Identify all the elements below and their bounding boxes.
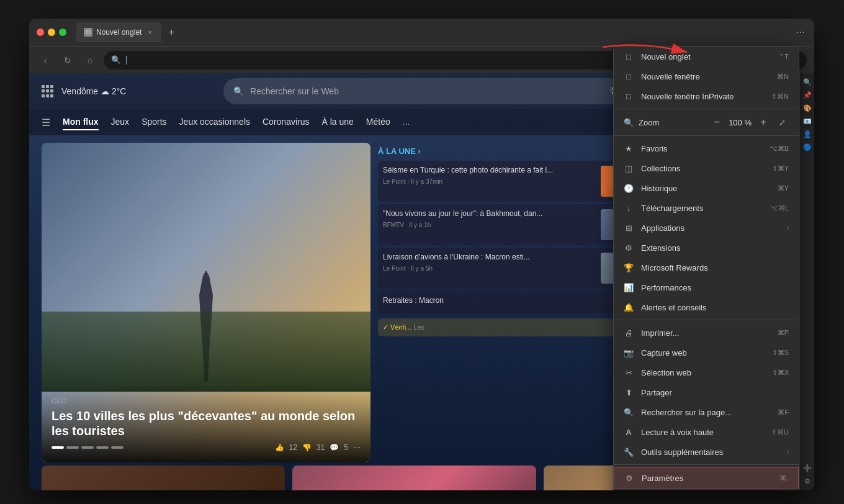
menu-item-nouvel-onglet[interactable]: □ Nouvel onglet ⌃T: [614, 47, 799, 66]
sidebar-add-icon[interactable]: ➕: [803, 464, 812, 472]
menu-item-applications[interactable]: ⊞ Applications ›: [614, 218, 799, 238]
zoom-out-button[interactable]: −: [710, 115, 724, 129]
menu-item-capture-web[interactable]: 📷 Capture web ⇧⌘S: [614, 343, 799, 362]
tools-icon: 🔧: [624, 447, 634, 457]
menu-label-parametres: Paramètres: [642, 474, 772, 483]
active-tab[interactable]: 🗒 Nouvel onglet ×: [76, 22, 161, 42]
menu-item-extensions[interactable]: ⚙ Extensions: [614, 238, 799, 258]
search-icon-small: 🔍: [111, 55, 121, 65]
traffic-lights: [37, 29, 66, 36]
alerts-icon: 🔔: [624, 302, 634, 312]
sidebar-email-icon[interactable]: 📧: [803, 117, 812, 125]
favorites-icon: ★: [624, 143, 634, 153]
nav-link-sports[interactable]: Sports: [141, 114, 166, 130]
news-item-3[interactable]: Livraison d'avions à l'Ukraine : Macron …: [378, 248, 643, 289]
article-actions: 👍12 👎31 💬5 ⋯: [52, 443, 361, 452]
browser-window: 🗒 Nouvel onglet × + ⋯ ‹ ↻ ⌂ 🔍: [29, 19, 814, 490]
dot-5: [111, 446, 123, 449]
sidebar-circle-icon[interactable]: 🔵: [803, 143, 812, 151]
menu-item-imprimer[interactable]: 🖨 Imprimer... ⌘P: [614, 323, 799, 343]
tab-title: Nouvel onglet: [96, 28, 141, 37]
zoom-expand-button[interactable]: ⤢: [775, 115, 789, 129]
reload-button[interactable]: ↻: [59, 52, 76, 69]
nav-link-jeux-occasionnels[interactable]: Jeux occasionnels: [179, 114, 250, 130]
nav-link-meteo[interactable]: Météo: [366, 114, 390, 130]
sidebar-search-icon[interactable]: 🔍: [803, 78, 812, 86]
likes-count: 12: [289, 443, 297, 452]
news-item-1[interactable]: Séisme en Turquie : cette photo déchiran…: [378, 161, 643, 202]
main-article[interactable]: GEO Les 10 villes les plus "décevantes" …: [42, 143, 370, 462]
article-title: Les 10 villes les plus "décevantes" au m…: [52, 408, 361, 438]
web-search-bar[interactable]: 🔍 Rechercher sur le Web 🎙 🔍: [223, 78, 645, 104]
new-tab-button[interactable]: +: [164, 25, 179, 40]
menu-item-parametres[interactable]: ⚙ Paramètres ⌘,: [614, 467, 799, 488]
menu-item-masquer-barre[interactable]: □ Masquer la barre latérale: [614, 488, 799, 490]
menu-label-performances: Performances: [641, 283, 789, 292]
menu-shortcut-imprimer: ⌘P: [778, 329, 789, 337]
tab-close-button[interactable]: ×: [145, 28, 154, 37]
menu-shortcut-capture-web: ⇧⌘S: [772, 349, 789, 357]
menu-item-selection-web[interactable]: ✂ Sélection web ⇧⌘X: [614, 362, 799, 382]
menu-label-outils: Outils supplémentaires: [641, 448, 779, 457]
menu-item-outils[interactable]: 🔧 Outils supplémentaires ›: [614, 442, 799, 462]
menu-item-partager[interactable]: ⬆ Partager: [614, 382, 799, 402]
menu-shortcut-collections: ⇧⌘Y: [772, 164, 789, 173]
menu-item-favoris[interactable]: ★ Favoris ⌥⌘B: [614, 138, 799, 158]
cursor: [126, 56, 127, 65]
new-tab-icon: □: [624, 52, 634, 61]
news-item-2-text: "Nous vivons au jour le jour": à Bakhmou…: [383, 209, 596, 240]
a-la-une-column: À LA UNE › Séisme en Turquie : cette pho…: [378, 143, 643, 462]
hamburger-icon[interactable]: ☰: [42, 117, 50, 128]
menu-item-rewards[interactable]: 🏆 Microsoft Rewards: [614, 258, 799, 277]
menu-label-partager: Partager: [641, 388, 789, 397]
news-item-4[interactable]: Retraites : Macron: [378, 291, 643, 313]
bottom-article-2[interactable]: Préparez-vous pour le jour le plus roman…: [292, 466, 536, 490]
fullscreen-button[interactable]: [59, 29, 66, 36]
back-button[interactable]: ‹: [37, 52, 54, 69]
nav-link-a-la-une[interactable]: À la une: [321, 114, 353, 130]
menu-shortcut-favoris: ⌥⌘B: [770, 145, 789, 153]
news-item-2[interactable]: "Nous vivons au jour le jour": à Bakhmou…: [378, 204, 643, 245]
sidebar-profile-icon[interactable]: 👤: [803, 130, 812, 138]
menu-label-inprivate: Nouvelle fenêtre InPrivate: [641, 92, 764, 101]
menu-label-applications: Applications: [641, 223, 779, 233]
menu-item-historique[interactable]: 🕐 Historique ⌘Y: [614, 178, 799, 198]
dropdown-menu: □ Nouvel onglet ⌃T □ Nouvelle fenêtre ⌘N…: [613, 46, 799, 490]
dot-3: [81, 446, 94, 449]
menu-shortcut-nouvelle-fenetre: ⌘N: [777, 73, 789, 81]
menu-label-rewards: Microsoft Rewards: [641, 263, 789, 272]
nav-link-coronavirus[interactable]: Coronavirus: [263, 114, 309, 130]
sidebar-art-icon[interactable]: 🎨: [803, 104, 812, 112]
more-options-button[interactable]: ⋯: [794, 26, 807, 38]
zoom-controls: − 100 % + ⤢: [710, 115, 789, 129]
bottom-article-1[interactable]: ▲ Télé Loisirs · Il y a 1j En seulement …: [42, 466, 285, 490]
sidebar-settings-icon[interactable]: ⚙: [804, 477, 810, 485]
verify-strip[interactable]: ✓ Vérifi... Les: [378, 318, 643, 336]
nav-link-jeux[interactable]: Jeux: [111, 114, 130, 130]
zoom-label: Zoom: [639, 118, 705, 127]
menu-item-telechargements[interactable]: ↓ Téléchargements ⌥⌘L: [614, 198, 799, 218]
nav-link-more[interactable]: ...: [403, 114, 410, 130]
menu-shortcut-historique: ⌘Y: [778, 184, 789, 192]
menu-item-rechercher[interactable]: 🔍 Rechercher sur la page... ⌘F: [614, 402, 799, 422]
home-button[interactable]: ⌂: [81, 52, 99, 69]
menu-item-performances[interactable]: 📊 Performances: [614, 277, 799, 297]
dot-1: [52, 446, 64, 449]
menu-item-nouvelle-fenetre[interactable]: □ Nouvelle fenêtre ⌘N: [614, 66, 799, 86]
share-icon: ⬆: [624, 387, 634, 397]
sidebar-pin-icon[interactable]: 📌: [803, 91, 812, 99]
menu-item-alertes[interactable]: 🔔 Alertes et conseils: [614, 297, 799, 317]
menu-item-lecture[interactable]: A Lecture à voix haute ⇧⌘U: [614, 422, 799, 442]
menu-item-collections[interactable]: ◫ Collections ⇧⌘Y: [614, 158, 799, 178]
apps-grid-icon[interactable]: [42, 85, 54, 97]
minimize-button[interactable]: [48, 29, 55, 36]
rewards-icon: 🏆: [624, 263, 634, 272]
menu-zoom-row: 🔍 Zoom − 100 % + ⤢: [614, 112, 799, 133]
more-icon[interactable]: ⋯: [353, 443, 361, 452]
close-button[interactable]: [37, 29, 44, 36]
menu-label-nouvelle-fenetre: Nouvelle fenêtre: [641, 72, 770, 81]
nav-link-mon-flux[interactable]: Mon flux: [63, 114, 99, 130]
menu-shortcut-parametres: ⌘,: [779, 474, 788, 482]
zoom-in-button[interactable]: +: [756, 115, 770, 129]
menu-item-inprivate[interactable]: □ Nouvelle fenêtre InPrivate ⇧⌘N: [614, 86, 799, 106]
